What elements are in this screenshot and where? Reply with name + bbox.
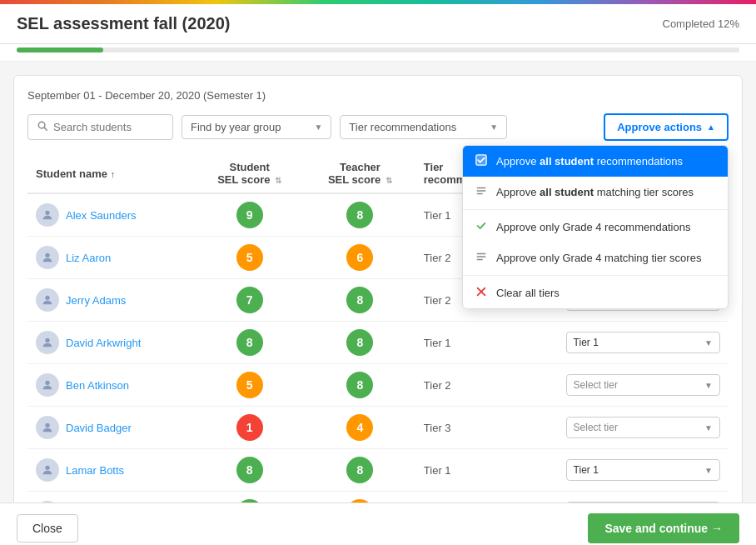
student-name-3[interactable]: David Arkwright	[66, 337, 141, 349]
student-name-2[interactable]: Jerry Adams	[66, 294, 126, 307]
footer: Close Save and continue →	[0, 502, 756, 545]
teacher-score-cell-0: 8	[305, 193, 415, 237]
student-score-badge-6: 8	[236, 457, 263, 483]
search-box[interactable]	[27, 114, 173, 140]
tier-select-chevron-down-icon-6: ▼	[704, 466, 713, 475]
svg-point-11	[45, 211, 49, 215]
close-button[interactable]: Close	[17, 514, 78, 542]
student-score-badge-5: 1	[236, 414, 263, 441]
col-student-name[interactable]: Student name ↑	[27, 154, 194, 193]
student-score-badge-1: 5	[236, 244, 263, 271]
tier-recommendations-dropdown[interactable]: Tier recommendations ▼	[340, 115, 507, 139]
student-cell-2: Jerry Adams	[27, 279, 194, 322]
tier-rec-cell-5: Tier 3	[415, 407, 558, 449]
sort-up-icon: ↑	[111, 169, 116, 179]
tier-select-cell-6: Tier 1 ▼	[558, 449, 729, 492]
student-score-cell-7: 7	[194, 492, 305, 503]
avatar-7	[36, 501, 59, 502]
teacher-score-cell-5: 4	[305, 407, 415, 449]
teacher-score-cell-3: 8	[305, 322, 415, 364]
col-teacher-sel-score[interactable]: TeacherSEL score ⇅	[305, 154, 415, 193]
lines-icon	[475, 185, 488, 199]
tier-select-chevron-down-icon-4: ▼	[704, 381, 713, 390]
lines2-icon	[475, 251, 488, 265]
sort-updown-icon2: ⇅	[385, 176, 392, 185]
tier-select-3[interactable]: Tier 1 ▼	[566, 332, 720, 353]
col-student-sel-score[interactable]: StudentSEL score ⇅	[194, 154, 305, 193]
student-name-5[interactable]: David Badger	[66, 422, 132, 434]
tier-select-value-6: Tier 1	[574, 464, 599, 476]
student-score-cell-0: 9	[194, 193, 305, 237]
teacher-score-badge-1: 6	[346, 244, 373, 271]
student-name-0[interactable]: Alex Saunders	[66, 209, 137, 222]
menu-divider-1	[463, 209, 728, 210]
progress-bar-track	[17, 48, 739, 52]
teacher-score-cell-7: 7	[305, 492, 415, 503]
teacher-score-cell-1: 6	[305, 237, 415, 279]
avatar-2	[36, 288, 59, 312]
student-score-cell-2: 7	[194, 279, 305, 322]
table-row: David Badger 1 4 Tier 3 Select tier ▼	[27, 407, 729, 449]
tier-chevron-down-icon: ▼	[490, 122, 498, 132]
page-title: SEL assessment fall (2020)	[17, 14, 230, 33]
date-range: September 01 - December 20, 2020 (Semest…	[27, 89, 729, 102]
student-score-badge-7: 7	[236, 499, 263, 502]
student-cell-6: Lamar Botts	[27, 449, 194, 492]
tier-select-6[interactable]: Tier 1 ▼	[566, 459, 720, 481]
student-score-cell-3: 8	[194, 322, 305, 364]
svg-point-13	[45, 296, 49, 300]
clear-all-tiers-item[interactable]: Clear all tiers	[463, 278, 728, 308]
tier-select-value-5: Select tier	[574, 422, 618, 433]
progress-bar-fill	[17, 48, 103, 52]
avatar-1	[36, 246, 59, 269]
student-score-cell-5: 1	[194, 407, 305, 449]
approve-grade4-recs-item[interactable]: Approve only Grade 4 recommendations	[463, 212, 728, 242]
tier-rec-cell-7: Tier 2	[415, 492, 558, 503]
svg-point-12	[45, 253, 49, 258]
tier-select-cell-5: Select tier ▼	[558, 407, 729, 449]
student-name-6[interactable]: Lamar Botts	[66, 464, 124, 477]
student-score-badge-2: 7	[236, 287, 263, 313]
student-score-cell-1: 5	[194, 237, 305, 279]
save-continue-button[interactable]: Save and continue →	[588, 513, 739, 543]
student-cell-4: Ben Atkinson	[27, 364, 194, 407]
tier-select-7[interactable]: Tier 2 ▼	[566, 502, 720, 502]
student-name-1[interactable]: Liz Aaron	[66, 252, 111, 264]
teacher-score-badge-0: 8	[346, 202, 373, 228]
teacher-score-badge-3: 8	[346, 329, 373, 356]
approve-actions-menu: Approve all student recommendations Appr…	[462, 145, 729, 309]
search-icon	[37, 120, 48, 134]
approve-actions-button[interactable]: Approve actions ▲	[604, 113, 729, 141]
tier-select-value-4: Select tier	[574, 379, 618, 391]
tier-rec-cell-4: Tier 2	[415, 364, 558, 407]
table-row: Lamar Botts 8 8 Tier 1 Tier 1 ▼	[27, 449, 729, 492]
teacher-score-badge-7: 7	[346, 499, 373, 502]
avatar-4	[36, 373, 59, 397]
x-icon	[475, 286, 488, 300]
teacher-score-badge-6: 8	[346, 457, 373, 483]
teacher-score-badge-4: 8	[346, 372, 373, 398]
approve-all-recs-item[interactable]: Approve all student recommendations	[463, 146, 728, 177]
student-cell-0: Alex Saunders	[27, 193, 194, 237]
find-group-dropdown[interactable]: Find by year group ▼	[182, 115, 331, 139]
approve-grade4-scores-label: Approve only Grade 4 matching tier score…	[496, 252, 701, 264]
approve-chevron-up-icon: ▲	[707, 122, 715, 132]
tier-select-value-3: Tier 1	[574, 337, 599, 348]
approve-grade4-scores-item[interactable]: Approve only Grade 4 matching tier score…	[463, 242, 728, 273]
table-row: Delia Carlson 7 7 Tier 2 Tier 2 ▼	[27, 492, 729, 503]
approve-all-scores-item[interactable]: Approve all student matching tier scores	[463, 177, 728, 208]
student-cell-1: Liz Aaron	[27, 237, 194, 279]
tier-select-4[interactable]: Select tier ▼	[566, 374, 720, 396]
tier-select-chevron-down-icon-3: ▼	[704, 338, 713, 348]
toolbar: Find by year group ▼ Tier recommendation…	[27, 113, 729, 141]
svg-point-17	[45, 466, 49, 470]
student-name-4[interactable]: Ben Atkinson	[66, 379, 129, 392]
student-score-badge-0: 9	[236, 202, 263, 228]
teacher-score-badge-2: 8	[346, 287, 373, 313]
tier-select-5[interactable]: Select tier ▼	[566, 417, 720, 438]
svg-line-1	[44, 128, 47, 130]
header: SEL assessment fall (2020) Completed 12%	[0, 4, 756, 44]
search-input[interactable]	[53, 121, 164, 133]
student-cell-3: David Arkwright	[27, 322, 194, 364]
main-card: September 01 - December 20, 2020 (Semest…	[13, 75, 743, 502]
